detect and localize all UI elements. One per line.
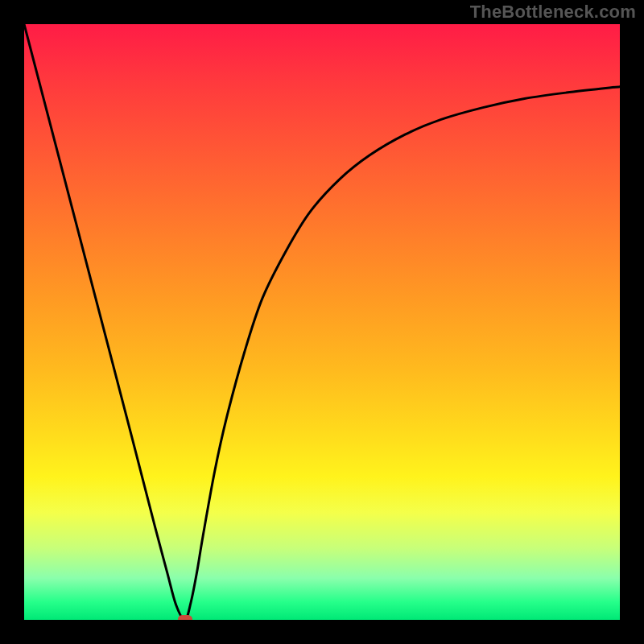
watermark-text: TheBottleneck.com <box>470 2 636 23</box>
bottleneck-curve <box>24 24 620 620</box>
minimum-marker <box>178 615 192 620</box>
curve-svg <box>24 24 620 620</box>
plot-area <box>24 24 620 620</box>
chart-frame: TheBottleneck.com <box>0 0 644 644</box>
